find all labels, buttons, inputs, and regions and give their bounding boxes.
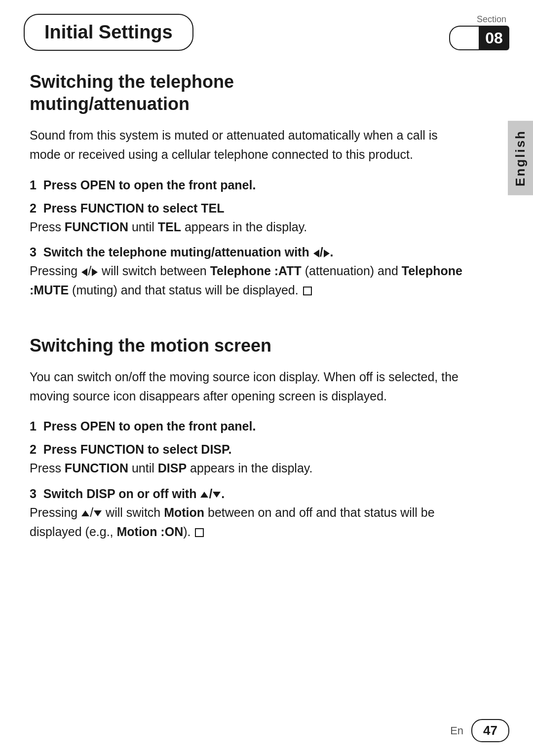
- triangle-down-icon: [213, 492, 221, 498]
- step3-title: 3 Switch the telephone muting/attenuatio…: [30, 245, 464, 259]
- header-right: Section 08: [449, 14, 509, 50]
- page-header: Initial Settings Section 08: [0, 0, 533, 51]
- step1-title: 1 Press OPEN to open the front panel.: [30, 178, 464, 192]
- step3-body: Pressing / will switch between Telephone…: [30, 261, 464, 300]
- tri-right-icon2: [92, 268, 98, 276]
- step2-body: Press FUNCTION until TEL appears in the …: [30, 217, 464, 237]
- s2-step3-title: 3 Switch DISP on or off with /.: [30, 487, 464, 501]
- section-badge-row: 08: [449, 26, 509, 50]
- step2-title: 2 Press FUNCTION to select TEL: [30, 201, 464, 216]
- triangle-up-icon: [200, 492, 208, 498]
- section1-step1: 1 Press OPEN to open the front panel.: [30, 178, 464, 192]
- s2-step2-body: Press FUNCTION until DISP appears in the…: [30, 459, 464, 478]
- spacer1: [30, 309, 469, 334]
- tri-up-icon2: [81, 510, 89, 516]
- section2-step3: 3 Switch DISP on or off with /. Pressing…: [30, 487, 464, 541]
- main-content: Switching the telephone muting/attenuati…: [0, 51, 498, 570]
- footer: En 47: [450, 719, 509, 742]
- language-label: English: [508, 121, 533, 195]
- page-title: Initial Settings: [44, 22, 173, 42]
- section2-step1: 1 Press OPEN to open the front panel.: [30, 419, 464, 433]
- s2-step1-title: 1 Press OPEN to open the front panel.: [30, 419, 464, 433]
- section-number: 08: [479, 26, 509, 50]
- end-icon: [303, 287, 312, 295]
- tri-down-icon2: [94, 510, 102, 516]
- end-icon2: [195, 528, 204, 537]
- section1-heading: Switching the telephone muting/attenuati…: [30, 71, 469, 115]
- section1-step2: 2 Press FUNCTION to select TEL Press FUN…: [30, 201, 464, 237]
- tri-left-icon: [81, 268, 87, 276]
- section1-intro: Sound from this system is muted or atten…: [30, 126, 464, 164]
- triangle-right-icon: [324, 250, 330, 257]
- s2-step2-title: 2 Press FUNCTION to select DISP.: [30, 442, 464, 457]
- section-badge-left: [449, 26, 479, 50]
- section-label: Section: [477, 14, 509, 25]
- section2-heading: Switching the motion screen: [30, 334, 469, 357]
- footer-lang: En: [450, 724, 463, 737]
- section2-intro: You can switch on/off the moving source …: [30, 367, 464, 406]
- triangle-left-icon: [313, 250, 319, 257]
- page-number-badge: 47: [471, 719, 509, 742]
- section1-step3: 3 Switch the telephone muting/attenuatio…: [30, 245, 464, 300]
- page: Initial Settings Section 08 English Swit…: [0, 0, 533, 756]
- section2-step2: 2 Press FUNCTION to select DISP. Press F…: [30, 442, 464, 478]
- s2-step3-body: Pressing / will switch Motion between on…: [30, 503, 464, 541]
- right-sidebar: English: [507, 59, 533, 256]
- title-badge: Initial Settings: [24, 14, 193, 51]
